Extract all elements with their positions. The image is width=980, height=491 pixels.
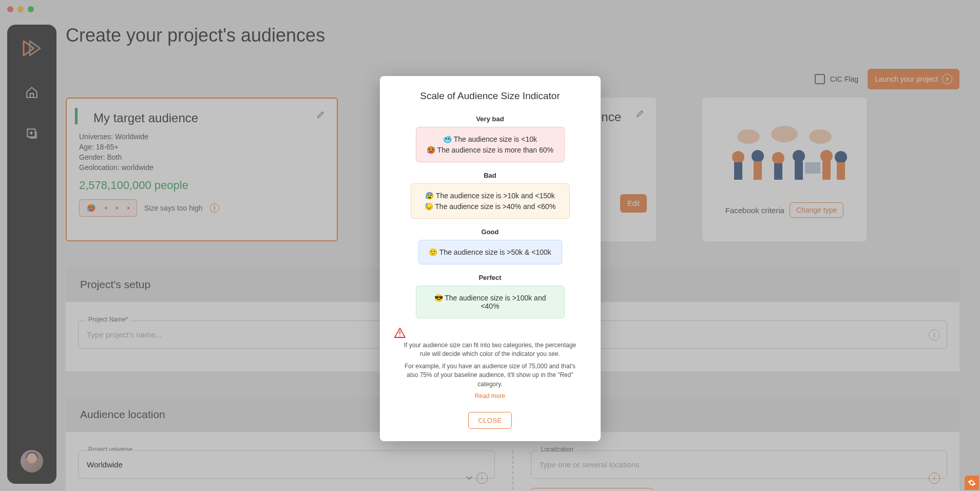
scale-label-very-bad: Very bad: [394, 115, 586, 123]
modal-help-1: If your audience size can fit into two c…: [394, 341, 586, 359]
scale-indicator-modal: Scale of Audience Size Indicator Very ba…: [380, 76, 601, 441]
scale-label-good: Good: [394, 228, 586, 236]
svg-point-18: [399, 335, 400, 336]
read-more-link[interactable]: Read more: [475, 392, 505, 400]
scale-box-bad: 😰 The audience size is >10k and <150k 😓 …: [411, 183, 570, 219]
settings-gear-icon[interactable]: [965, 476, 979, 490]
warning-icon: [394, 328, 586, 338]
scale-box-very-bad: 🥶 The audience size is <10k 🥵 The audien…: [416, 127, 565, 162]
modal-title: Scale of Audience Size Indicator: [394, 90, 586, 102]
scale-label-bad: Bad: [394, 172, 586, 179]
close-button[interactable]: CLOSE: [468, 412, 512, 429]
modal-overlay[interactable]: Scale of Audience Size Indicator Very ba…: [0, 0, 980, 491]
scale-box-good: 🙂 The audience size is >50k & <100k: [418, 240, 562, 265]
scale-label-perfect: Perfect: [394, 274, 586, 281]
scale-box-perfect: 😎 The audience size is >100k and <40%: [416, 286, 565, 318]
modal-help-2: For example, if you have an audience siz…: [394, 362, 586, 389]
